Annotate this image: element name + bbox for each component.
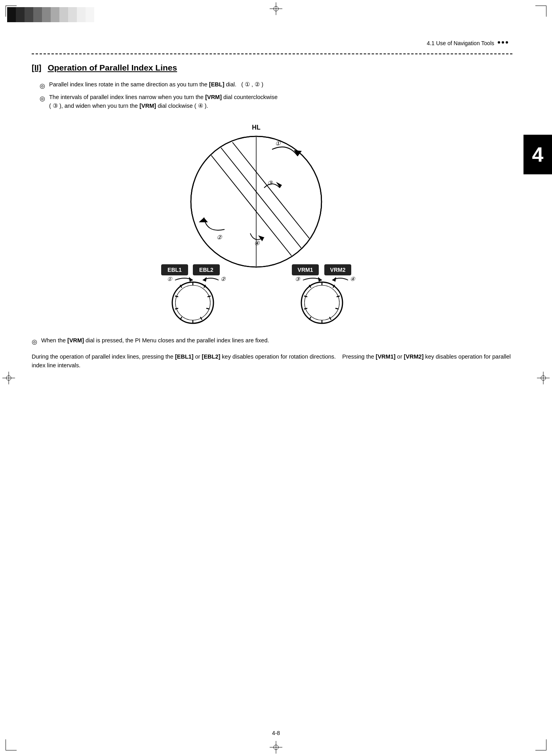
dots-decoration [497,40,508,46]
svg-marker-36 [189,277,193,282]
svg-text:HL: HL [252,124,261,131]
svg-point-40 [175,285,210,320]
svg-marker-54 [332,277,336,282]
svg-marker-38 [203,277,207,282]
chapter-number: 4 [532,143,544,166]
svg-text:②: ② [221,276,226,282]
svg-point-14 [506,41,508,44]
reg-right [537,372,550,384]
svg-text:①: ① [167,276,173,282]
corner-mark-br [535,739,546,750]
svg-point-56 [305,285,339,320]
bullet-icon-2: ◎ [40,94,45,103]
reg-left [2,372,15,384]
note-section: ◎ When the [VRM] dial is pressed, the PI… [32,336,512,347]
paragraph-text: During the operation of parallel index l… [32,352,512,370]
title-text: Operation of Parallel Index Lines [48,63,177,73]
bullet-list: ◎ Parallel index lines rotate in the sam… [40,80,512,111]
corner-mark-bl [6,739,17,750]
dashed-separator [32,53,512,54]
bullet-text-1: Parallel index lines rotate in the same … [49,80,263,89]
svg-text:③: ③ [295,276,301,282]
section-title: 4.1 Use of Navigation Tools [427,40,494,46]
svg-point-12 [498,41,500,44]
reg-top [270,2,282,15]
color-bar [7,7,94,22]
note-text: When the [VRM] dial is pressed, the PI M… [41,336,269,345]
svg-marker-52 [318,277,322,282]
svg-point-13 [502,41,504,44]
svg-text:VRM1: VRM1 [298,267,313,273]
bullet-icon-1: ◎ [40,81,45,91]
svg-text:④: ④ [350,276,356,282]
svg-text:③: ③ [267,179,273,186]
reg-bottom [270,741,282,754]
bullet-item-2: ◎ The intervals of parallel index lines … [40,93,512,111]
note-item-1: ◎ When the [VRM] dial is pressed, the PI… [32,336,512,347]
title-bracket: [II] [32,63,41,73]
svg-text:EBL1: EBL1 [168,267,182,273]
corner-mark-tr [535,6,546,17]
bullet-text-2: The intervals of parallel index lines na… [49,93,278,111]
diagram-area: HL [32,118,512,325]
title-row: [II] Operation of Parallel Index Lines [32,63,512,73]
note-bullet-icon: ◎ [32,337,37,347]
main-content: 4.1 Use of Navigation Tools [II] Operati… [32,40,512,370]
svg-text:④: ④ [254,240,260,246]
chapter-tab: 4 [523,135,552,174]
svg-text:①: ① [275,140,281,147]
svg-text:②: ② [217,234,223,241]
bullet-item-1: ◎ Parallel index lines rotate in the sam… [40,80,512,91]
page-number: 4-8 [272,730,280,736]
svg-text:VRM2: VRM2 [330,267,346,273]
svg-text:EBL2: EBL2 [199,267,213,273]
section-header: 4.1 Use of Navigation Tools [32,40,512,46]
main-diagram: HL [137,118,407,325]
